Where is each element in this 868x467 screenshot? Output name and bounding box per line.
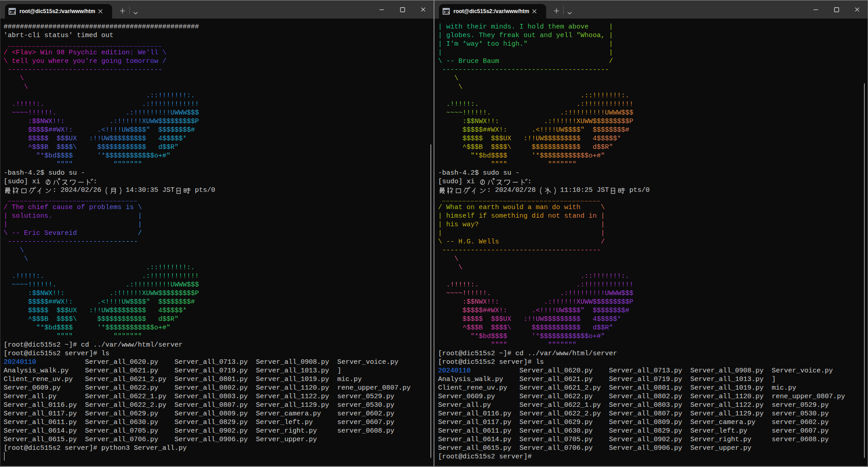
svg-text:C:\: C:\ xyxy=(10,11,15,14)
svg-text:C:\: C:\ xyxy=(444,11,449,14)
